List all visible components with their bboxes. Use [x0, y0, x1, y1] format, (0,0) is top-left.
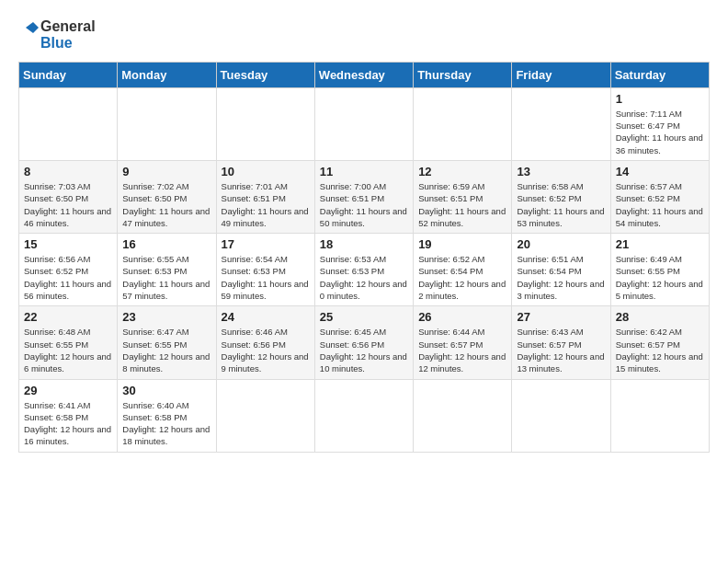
day-cell-29: 29 Sunrise: 6:41 AM Sunset: 6:58 PM Dayl… — [19, 379, 118, 452]
day-number: 28 — [616, 310, 704, 324]
day-cell-13: 13 Sunrise: 6:58 AM Sunset: 6:52 PM Dayl… — [512, 160, 610, 233]
day-info: Sunrise: 7:03 AM Sunset: 6:50 PM Dayligh… — [24, 180, 112, 229]
day-info: Sunrise: 6:45 AM Sunset: 6:56 PM Dayligh… — [320, 326, 408, 374]
day-cell-8: 8 Sunrise: 7:03 AM Sunset: 6:50 PM Dayli… — [19, 160, 118, 233]
day-header-thursday: Thursday — [414, 62, 512, 87]
empty-cell — [610, 379, 709, 452]
day-info: Sunrise: 7:02 AM Sunset: 6:50 PM Dayligh… — [122, 180, 210, 229]
day-number: 18 — [320, 237, 408, 251]
day-cell-14: 14 Sunrise: 6:57 AM Sunset: 6:52 PM Dayl… — [610, 160, 709, 233]
day-cell-15: 15 Sunrise: 6:56 AM Sunset: 6:52 PM Dayl… — [19, 234, 118, 306]
empty-cell — [512, 379, 610, 452]
logo-blue: Blue — [40, 35, 96, 52]
day-info: Sunrise: 6:54 AM Sunset: 6:53 PM Dayligh… — [222, 253, 310, 302]
logo: General Blue — [18, 18, 96, 52]
empty-cell — [314, 87, 413, 160]
logo-bird-icon — [18, 18, 39, 52]
empty-cell — [19, 87, 118, 160]
day-cell-10: 10 Sunrise: 7:01 AM Sunset: 6:51 PM Dayl… — [216, 160, 314, 233]
day-header-wednesday: Wednesday — [314, 62, 413, 87]
day-number: 14 — [616, 165, 704, 178]
empty-cell — [314, 379, 413, 452]
day-cell-12: 12 Sunrise: 6:59 AM Sunset: 6:51 PM Dayl… — [414, 160, 512, 233]
day-number: 23 — [122, 310, 210, 324]
day-info: Sunrise: 6:42 AM Sunset: 6:57 PM Dayligh… — [616, 326, 704, 374]
day-cell-28: 28 Sunrise: 6:42 AM Sunset: 6:57 PM Dayl… — [610, 306, 709, 379]
day-cell-22: 22 Sunrise: 6:48 AM Sunset: 6:55 PM Dayl… — [19, 306, 118, 379]
day-number: 19 — [418, 237, 506, 251]
day-cell-18: 18 Sunrise: 6:53 AM Sunset: 6:53 PM Dayl… — [314, 234, 413, 306]
day-header-saturday: Saturday — [610, 62, 709, 87]
day-cell-26: 26 Sunrise: 6:44 AM Sunset: 6:57 PM Dayl… — [414, 306, 512, 379]
calendar-body: 1 Sunrise: 7:11 AM Sunset: 6:47 PM Dayli… — [19, 87, 710, 452]
day-number: 29 — [24, 384, 112, 397]
day-cell-20: 20 Sunrise: 6:51 AM Sunset: 6:54 PM Dayl… — [512, 234, 610, 306]
day-info: Sunrise: 6:46 AM Sunset: 6:56 PM Dayligh… — [222, 326, 310, 374]
day-number: 1 — [616, 92, 704, 106]
day-info: Sunrise: 6:48 AM Sunset: 6:55 PM Dayligh… — [24, 326, 112, 374]
day-number: 21 — [616, 237, 704, 251]
day-number: 20 — [517, 237, 605, 251]
day-cell-23: 23 Sunrise: 6:47 AM Sunset: 6:55 PM Dayl… — [118, 306, 216, 379]
day-info: Sunrise: 7:01 AM Sunset: 6:51 PM Dayligh… — [222, 180, 310, 229]
day-cell-9: 9 Sunrise: 7:02 AM Sunset: 6:50 PM Dayli… — [118, 160, 216, 233]
day-cell-27: 27 Sunrise: 6:43 AM Sunset: 6:57 PM Dayl… — [512, 306, 610, 379]
empty-cell — [118, 87, 216, 160]
week-row-4: 22 Sunrise: 6:48 AM Sunset: 6:55 PM Dayl… — [19, 306, 710, 379]
empty-cell — [414, 379, 512, 452]
day-info: Sunrise: 6:49 AM Sunset: 6:55 PM Dayligh… — [616, 253, 704, 302]
day-info: Sunrise: 6:40 AM Sunset: 6:58 PM Dayligh… — [122, 399, 210, 448]
day-header-tuesday: Tuesday — [216, 62, 314, 87]
day-info: Sunrise: 7:00 AM Sunset: 6:51 PM Dayligh… — [320, 180, 408, 229]
day-info: Sunrise: 6:56 AM Sunset: 6:52 PM Dayligh… — [24, 253, 112, 302]
day-number: 8 — [24, 165, 112, 178]
week-row-3: 15 Sunrise: 6:56 AM Sunset: 6:52 PM Dayl… — [19, 234, 710, 306]
day-info: Sunrise: 6:43 AM Sunset: 6:57 PM Dayligh… — [517, 326, 605, 374]
calendar-header-row: SundayMondayTuesdayWednesdayThursdayFrid… — [19, 62, 710, 87]
empty-cell — [512, 87, 610, 160]
week-row-5: 29 Sunrise: 6:41 AM Sunset: 6:58 PM Dayl… — [19, 379, 710, 452]
day-number: 24 — [222, 310, 310, 324]
page-header: General Blue — [18, 18, 710, 52]
day-number: 25 — [320, 310, 408, 324]
day-number: 22 — [24, 310, 112, 324]
day-info: Sunrise: 6:52 AM Sunset: 6:54 PM Dayligh… — [418, 253, 506, 302]
logo-container: General Blue — [18, 18, 96, 52]
day-info: Sunrise: 6:55 AM Sunset: 6:53 PM Dayligh… — [122, 253, 210, 302]
day-number: 27 — [517, 310, 605, 324]
empty-cell — [216, 379, 314, 452]
day-number: 17 — [222, 237, 310, 251]
logo-general: General — [40, 18, 96, 35]
day-cell-17: 17 Sunrise: 6:54 AM Sunset: 6:53 PM Dayl… — [216, 234, 314, 306]
day-header-monday: Monday — [118, 62, 216, 87]
week-row-1: 1 Sunrise: 7:11 AM Sunset: 6:47 PM Dayli… — [19, 87, 710, 160]
day-number: 13 — [517, 165, 605, 178]
day-info: Sunrise: 6:58 AM Sunset: 6:52 PM Dayligh… — [517, 180, 605, 229]
day-header-friday: Friday — [512, 62, 610, 87]
day-cell-24: 24 Sunrise: 6:46 AM Sunset: 6:56 PM Dayl… — [216, 306, 314, 379]
day-info: Sunrise: 6:57 AM Sunset: 6:52 PM Dayligh… — [616, 180, 704, 229]
logo-text: General Blue — [40, 18, 96, 52]
day-cell-21: 21 Sunrise: 6:49 AM Sunset: 6:55 PM Dayl… — [610, 234, 709, 306]
day-info: Sunrise: 6:41 AM Sunset: 6:58 PM Dayligh… — [24, 399, 112, 448]
empty-cell — [216, 87, 314, 160]
day-number: 15 — [24, 237, 112, 251]
day-info: Sunrise: 7:11 AM Sunset: 6:47 PM Dayligh… — [616, 108, 704, 156]
day-number: 12 — [418, 165, 506, 178]
day-number: 30 — [122, 384, 210, 397]
day-number: 9 — [122, 165, 210, 178]
day-cell-19: 19 Sunrise: 6:52 AM Sunset: 6:54 PM Dayl… — [414, 234, 512, 306]
day-number: 26 — [418, 310, 506, 324]
day-number: 10 — [222, 165, 310, 178]
day-info: Sunrise: 6:59 AM Sunset: 6:51 PM Dayligh… — [418, 180, 506, 229]
day-cell-30: 30 Sunrise: 6:40 AM Sunset: 6:58 PM Dayl… — [118, 379, 216, 452]
day-cell-1: 1 Sunrise: 7:11 AM Sunset: 6:47 PM Dayli… — [610, 87, 709, 160]
day-info: Sunrise: 6:47 AM Sunset: 6:55 PM Dayligh… — [122, 326, 210, 374]
day-number: 16 — [122, 237, 210, 251]
day-info: Sunrise: 6:53 AM Sunset: 6:53 PM Dayligh… — [320, 253, 408, 302]
day-cell-16: 16 Sunrise: 6:55 AM Sunset: 6:53 PM Dayl… — [118, 234, 216, 306]
day-info: Sunrise: 6:51 AM Sunset: 6:54 PM Dayligh… — [517, 253, 605, 302]
day-number: 11 — [320, 165, 408, 178]
day-header-sunday: Sunday — [19, 62, 118, 87]
day-cell-25: 25 Sunrise: 6:45 AM Sunset: 6:56 PM Dayl… — [314, 306, 413, 379]
